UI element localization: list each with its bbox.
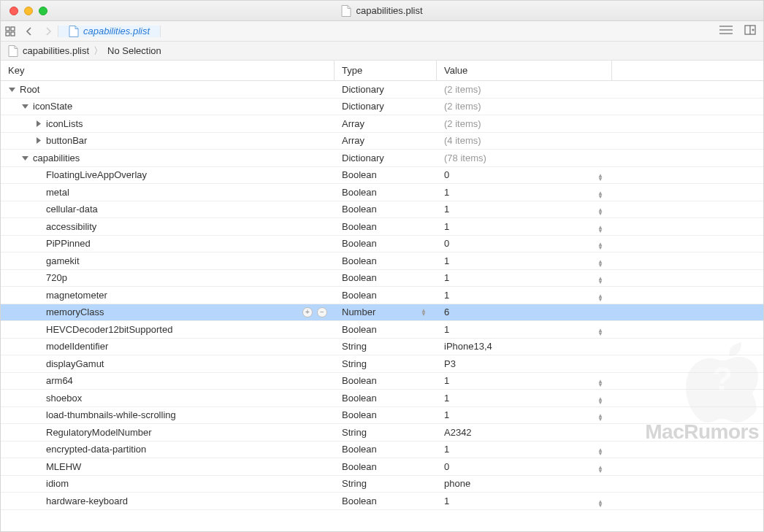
- value-cell[interactable]: P3: [437, 355, 612, 372]
- disclosure-triangle[interactable]: [21, 103, 28, 109]
- value-cell[interactable]: (78 items): [437, 150, 612, 166]
- col-type[interactable]: Type: [335, 61, 437, 80]
- type-cell[interactable]: Boolean: [335, 493, 437, 509]
- type-cell[interactable]: Dictionary: [335, 81, 437, 98]
- value-cell[interactable]: (2 items): [437, 81, 612, 98]
- type-cell[interactable]: Boolean: [335, 321, 437, 338]
- key-cell[interactable]: modelIdentifier: [1, 339, 335, 355]
- type-cell[interactable]: Boolean: [335, 270, 437, 287]
- value-stepper[interactable]: ▲▼: [596, 208, 605, 215]
- table-row[interactable]: modelIdentifierStringiPhone13,4: [1, 339, 763, 356]
- outline-view-icon[interactable]: [719, 26, 733, 36]
- key-cell[interactable]: hardware-keyboard: [1, 493, 335, 509]
- value-cell[interactable]: iPhone13,4: [437, 339, 612, 355]
- table-row[interactable]: load-thumbnails-while-scrollingBoolean1▲…: [1, 407, 763, 425]
- table-row[interactable]: cellular-dataBoolean1▲▼: [1, 201, 763, 219]
- value-cell[interactable]: 6: [437, 304, 612, 321]
- value-stepper[interactable]: ▲▼: [596, 379, 605, 387]
- type-cell[interactable]: Boolean: [335, 167, 437, 184]
- value-cell[interactable]: 1▲▼: [437, 184, 612, 201]
- table-row[interactable]: accessibilityBoolean1▲▼: [1, 218, 763, 236]
- value-cell[interactable]: 0▲▼: [437, 458, 612, 475]
- value-cell[interactable]: 1▲▼: [437, 442, 612, 458]
- breadcrumb-root[interactable]: capabilities.plist: [23, 45, 89, 56]
- table-row[interactable]: RegulatoryModelNumberStringA2342: [1, 424, 763, 442]
- value-cell[interactable]: (2 items): [437, 99, 612, 115]
- remove-row-icon[interactable]: −: [317, 307, 327, 317]
- key-cell[interactable]: FloatingLiveAppOverlay: [1, 167, 335, 184]
- col-key[interactable]: Key: [1, 61, 335, 80]
- key-cell[interactable]: HEVCDecoder12bitSupported: [1, 321, 335, 338]
- type-cell[interactable]: Dictionary: [335, 99, 437, 115]
- key-cell[interactable]: load-thumbnails-while-scrolling: [1, 407, 335, 424]
- table-row[interactable]: shoeboxBoolean1▲▼: [1, 390, 763, 407]
- value-cell[interactable]: (4 items): [437, 133, 612, 150]
- col-value[interactable]: Value: [437, 61, 612, 80]
- jump-bar[interactable]: capabilities.plist 〉 No Selection: [1, 42, 763, 61]
- value-cell[interactable]: 0▲▼: [437, 236, 612, 252]
- type-cell[interactable]: Boolean: [335, 442, 437, 458]
- key-cell[interactable]: memoryClass+−: [1, 304, 335, 321]
- disclosure-triangle[interactable]: [8, 86, 15, 93]
- key-cell[interactable]: magnetometer: [1, 287, 335, 304]
- type-cell[interactable]: Number▲▼: [335, 304, 437, 321]
- disclosure-triangle[interactable]: [34, 137, 42, 144]
- key-cell[interactable]: PiPPinned: [1, 236, 335, 252]
- value-stepper[interactable]: ▲▼: [596, 174, 605, 181]
- key-cell[interactable]: metal: [1, 184, 335, 201]
- value-stepper[interactable]: ▲▼: [596, 397, 605, 404]
- key-cell[interactable]: RegulatoryModelNumber: [1, 424, 335, 441]
- key-cell[interactable]: cellular-data: [1, 201, 335, 218]
- forward-button[interactable]: [39, 27, 58, 36]
- key-cell[interactable]: iconState: [1, 99, 335, 115]
- value-cell[interactable]: 1▲▼: [437, 407, 612, 424]
- value-cell[interactable]: 1▲▼: [437, 390, 612, 406]
- close-button[interactable]: [9, 7, 18, 15]
- table-row[interactable]: displayGamutStringP3: [1, 355, 763, 373]
- type-cell[interactable]: String: [335, 424, 437, 441]
- value-stepper[interactable]: ▲▼: [596, 414, 605, 421]
- value-cell[interactable]: 1▲▼: [437, 321, 612, 338]
- table-row[interactable]: iconListsArray(2 items): [1, 115, 763, 133]
- type-cell[interactable]: Boolean: [335, 373, 437, 390]
- type-cell[interactable]: Array: [335, 133, 437, 150]
- value-cell[interactable]: 1▲▼: [437, 287, 612, 304]
- value-cell[interactable]: 1▲▼: [437, 270, 612, 287]
- value-cell[interactable]: 0▲▼: [437, 167, 612, 184]
- value-cell[interactable]: 1▲▼: [437, 201, 612, 218]
- value-stepper[interactable]: ▲▼: [596, 466, 605, 473]
- add-column-icon[interactable]: [744, 25, 756, 37]
- key-cell[interactable]: shoebox: [1, 390, 335, 406]
- type-cell[interactable]: String: [335, 355, 437, 372]
- add-row-icon[interactable]: +: [302, 307, 313, 317]
- plist-table[interactable]: RootDictionary(2 items)iconStateDictiona…: [1, 81, 763, 531]
- table-row[interactable]: magnetometerBoolean1▲▼: [1, 287, 763, 304]
- type-cell[interactable]: String: [335, 339, 437, 355]
- value-stepper[interactable]: ▲▼: [419, 309, 428, 316]
- table-row[interactable]: iconStateDictionary(2 items): [1, 99, 763, 116]
- table-row[interactable]: capabilitiesDictionary(78 items): [1, 150, 763, 167]
- table-row[interactable]: hardware-keyboardBoolean1▲▼: [1, 493, 763, 510]
- type-cell[interactable]: Boolean: [335, 252, 437, 269]
- value-stepper[interactable]: ▲▼: [596, 260, 605, 267]
- tab-active[interactable]: capabilities.plist: [58, 26, 161, 37]
- key-cell[interactable]: arm64: [1, 373, 335, 390]
- key-cell[interactable]: buttonBar: [1, 133, 335, 150]
- table-row[interactable]: HEVCDecoder12bitSupportedBoolean1▲▼: [1, 321, 763, 339]
- value-stepper[interactable]: ▲▼: [596, 277, 605, 284]
- value-stepper[interactable]: ▲▼: [596, 294, 605, 301]
- type-cell[interactable]: Boolean: [335, 390, 437, 406]
- type-cell[interactable]: Boolean: [335, 184, 437, 201]
- type-cell[interactable]: Boolean: [335, 407, 437, 424]
- table-row[interactable]: memoryClass+−Number▲▼6: [1, 304, 763, 322]
- value-stepper[interactable]: ▲▼: [596, 328, 605, 336]
- disclosure-triangle[interactable]: [34, 120, 42, 127]
- value-stepper[interactable]: ▲▼: [596, 500, 605, 507]
- value-stepper[interactable]: ▲▼: [596, 448, 605, 455]
- key-cell[interactable]: iconLists: [1, 115, 335, 132]
- type-cell[interactable]: Boolean: [335, 236, 437, 252]
- table-row[interactable]: encrypted-data-partitionBoolean1▲▼: [1, 442, 763, 459]
- table-row[interactable]: RootDictionary(2 items): [1, 81, 763, 99]
- type-cell[interactable]: Boolean: [335, 218, 437, 235]
- minimize-button[interactable]: [24, 7, 33, 15]
